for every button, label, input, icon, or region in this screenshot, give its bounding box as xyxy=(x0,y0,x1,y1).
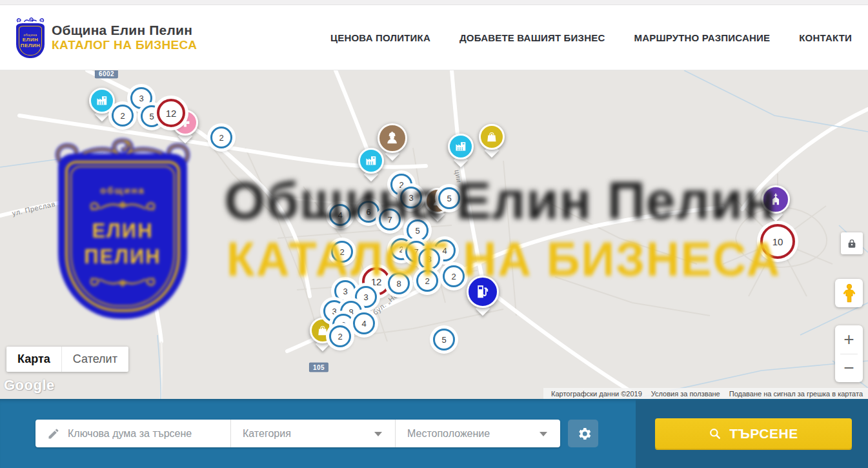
map-type-map-button[interactable]: Карта xyxy=(6,347,61,372)
cluster-marker[interactable]: 2 xyxy=(210,127,232,148)
cluster-count: 5 xyxy=(415,226,419,236)
chevron-down-icon xyxy=(374,432,382,436)
nav-item-contacts[interactable]: КОНТАКТИ xyxy=(799,32,852,43)
cluster-count: 4 xyxy=(361,319,366,329)
markers-layer: 325122235647522748128223338342510 xyxy=(0,70,868,399)
cluster-marker[interactable]: 8 xyxy=(388,272,410,294)
bag-marker[interactable] xyxy=(479,124,505,150)
cluster-count: 5 xyxy=(149,112,154,121)
nav-item-route-schedule[interactable]: МАРШРУТНО РАЗПИСАНИЕ xyxy=(634,32,770,43)
worker-marker[interactable] xyxy=(378,123,407,153)
pencil-icon xyxy=(47,427,60,440)
map-canvas[interactable]: ул. Преславбул. „Новоселции6002105 32512… xyxy=(0,70,868,399)
google-logo[interactable]: Google xyxy=(4,377,55,394)
report-error-link[interactable]: Подаване на сигнал за грешка в картата xyxy=(729,390,863,398)
cluster-count: 2 xyxy=(399,245,403,254)
cluster-marker[interactable]: 2 xyxy=(416,270,438,292)
cluster-count: 2 xyxy=(399,180,403,190)
nav-item-add-business[interactable]: ДОБАВЕТЕ ВАШИЯТ БИЗНЕС xyxy=(459,32,605,43)
municipality-crest-logo: община ЕЛИН ПЕЛИН xyxy=(15,18,45,58)
fuel-marker[interactable] xyxy=(467,276,499,308)
search-button-label: ТЪРСЕНЕ xyxy=(729,426,798,442)
cluster-marker[interactable]: 4 xyxy=(329,204,351,226)
map-attribution: Картографски данни ©2019 Условия за полз… xyxy=(543,388,868,399)
cluster-marker[interactable]: 6 xyxy=(358,201,379,223)
zoom-out-button[interactable]: − xyxy=(835,354,863,383)
cluster-marker[interactable]: 5 xyxy=(433,329,455,351)
chevron-down-icon xyxy=(540,432,547,436)
cluster-count: 2 xyxy=(219,133,223,143)
cluster-marker[interactable]: 4 xyxy=(353,312,375,334)
cluster-marker[interactable]: 3 xyxy=(334,280,356,302)
keyword-field-wrap xyxy=(35,420,231,447)
cluster-marker[interactable]: 8 xyxy=(418,248,440,270)
cluster-count: 4 xyxy=(442,246,447,256)
keyword-search-input[interactable] xyxy=(68,428,216,440)
cluster-count: 2 xyxy=(451,272,456,281)
cluster-count: 2 xyxy=(120,111,125,121)
factory-icon xyxy=(89,88,115,114)
cluster-marker[interactable]: 7 xyxy=(379,209,401,230)
street-view-pegman-button[interactable] xyxy=(835,279,863,307)
church-marker[interactable] xyxy=(762,185,790,214)
worker-icon xyxy=(378,123,407,153)
cluster-count: 12 xyxy=(166,108,177,119)
crest-name-line1: ЕЛИН xyxy=(23,37,38,43)
search-bar: Категория Местоположение ТЪРСЕНЕ xyxy=(0,399,868,468)
search-icon xyxy=(709,427,722,440)
fuel-icon xyxy=(467,276,499,308)
location-dropdown-value: Местоположение xyxy=(407,428,490,440)
site-title: Община Елин Пелин xyxy=(52,23,197,38)
pegman-icon xyxy=(842,283,856,303)
cluster-marker[interactable]: 5 xyxy=(407,219,429,241)
cluster-marker[interactable]: 5 xyxy=(438,187,460,209)
cluster-marker[interactable]: 2 xyxy=(331,241,353,263)
site-logo[interactable]: община ЕЛИН ПЕЛИН Община Елин Пелин КАТА… xyxy=(15,17,197,58)
cluster-count: 3 xyxy=(343,287,347,296)
crest-top-text: община xyxy=(23,33,37,37)
cluster-marker[interactable]: 12 xyxy=(157,99,185,127)
category-dropdown-value: Категория xyxy=(243,428,291,440)
search-button[interactable]: ТЪРСЕНЕ xyxy=(655,418,852,449)
cluster-count: 2 xyxy=(338,332,342,341)
search-form: Категория Местоположение xyxy=(35,420,560,447)
church-icon xyxy=(762,185,790,214)
main-nav: ЦЕНОВА ПОЛИТИКА ДОБАВЕТЕ ВАШИЯТ БИЗНЕС М… xyxy=(330,5,852,70)
gear-icon xyxy=(576,426,591,442)
map-type-satellite-button[interactable]: Сателит xyxy=(61,347,128,372)
map-type-control: Карта Сателит xyxy=(6,347,128,372)
lock-scroll-button[interactable] xyxy=(841,232,863,254)
cluster-count: 8 xyxy=(396,279,401,289)
location-dropdown[interactable]: Местоположение xyxy=(395,420,560,447)
cluster-marker[interactable]: 3 xyxy=(400,187,422,209)
cluster-count: 3 xyxy=(409,193,413,203)
cluster-count: 12 xyxy=(371,276,382,287)
cluster-marker[interactable]: 2 xyxy=(329,325,351,347)
cluster-marker[interactable]: 2 xyxy=(112,105,134,127)
cluster-count: 2 xyxy=(339,247,344,257)
cluster-count: 2 xyxy=(425,276,429,286)
nav-item-pricing[interactable]: ЦЕНОВА ПОЛИТИКА xyxy=(330,32,430,43)
zoom-control: + − xyxy=(835,325,863,382)
site-subtitle: КАТАЛОГ НА БИЗНЕСА xyxy=(52,38,197,52)
factory-icon xyxy=(448,134,474,159)
cluster-count: 4 xyxy=(338,210,342,220)
factory-marker[interactable] xyxy=(448,134,474,159)
cluster-marker[interactable]: 10 xyxy=(760,224,795,259)
factory-marker[interactable] xyxy=(89,88,115,114)
cluster-marker[interactable]: 2 xyxy=(443,265,465,287)
advanced-settings-button[interactable] xyxy=(568,420,598,447)
zoom-in-button[interactable]: + xyxy=(835,325,863,354)
lock-icon xyxy=(847,238,857,249)
category-dropdown[interactable]: Категория xyxy=(231,420,395,447)
cluster-count: 8 xyxy=(427,254,431,264)
map-copyright: Картографски данни ©2019 xyxy=(551,390,642,398)
cluster-count: 3 xyxy=(332,307,336,316)
cluster-count: 7 xyxy=(387,215,392,225)
cluster-count: 10 xyxy=(772,236,783,247)
cluster-count: 5 xyxy=(441,335,446,345)
bag-icon xyxy=(479,124,505,150)
terms-link[interactable]: Условия за ползване xyxy=(651,390,720,398)
window-top-strip xyxy=(0,0,868,5)
crest-name-line2: ПЕЛИН xyxy=(21,43,41,48)
